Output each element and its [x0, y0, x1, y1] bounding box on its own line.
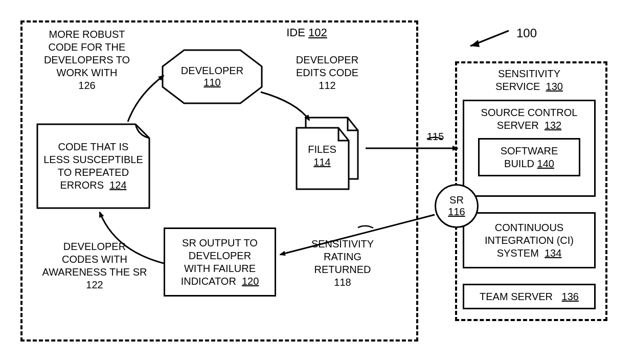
svg-line-2: [470, 31, 509, 46]
ci-system-box: CONTINUOUS INTEGRATION (CI) SYSTEM 134: [463, 212, 596, 268]
sr-output-box: SR OUTPUT TO DEVELOPER WITH FAILURE INDI…: [164, 228, 276, 297]
ide-label: IDE 102: [276, 26, 337, 40]
sensitivity-service-label: SENSITIVITY SERVICE 130: [465, 67, 593, 93]
sensitivity-returned-note: SENSITIVITY RATING RETURNED 118: [302, 238, 383, 289]
files-node: FILES 114: [291, 115, 363, 192]
robust-code-note: MORE ROBUST CODE FOR THE DEVELOPERS TO W…: [33, 28, 141, 92]
developer-octagon: DEVELOPER 110: [161, 49, 263, 105]
robust-code-doc: CODE THAT IS LESS SUSCEPTIBLE TO REPEATE…: [36, 123, 151, 210]
svg-marker-3: [470, 40, 480, 47]
team-server-box: TEAM SERVER 136: [463, 284, 596, 309]
developer-edits-note: DEVELOPER EDITS CODE 112: [281, 54, 373, 92]
source-control-server-box: SOURCE CONTROL SERVER 132 SOFTWARE BUILD…: [463, 100, 596, 197]
diagram-canvas: IDE 102 100 MORE ROBUST CODE FOR THE DEV…: [10, 10, 624, 354]
files-to-service-ref: 115: [427, 130, 444, 143]
software-build-box: SOFTWARE BUILD 140: [478, 138, 580, 176]
figure-ref: 100: [516, 26, 537, 41]
awareness-note: DEVELOPER CODES WITH AWARENESS THE SR 12…: [36, 240, 153, 291]
sr-circle: SR 116: [435, 184, 479, 228]
